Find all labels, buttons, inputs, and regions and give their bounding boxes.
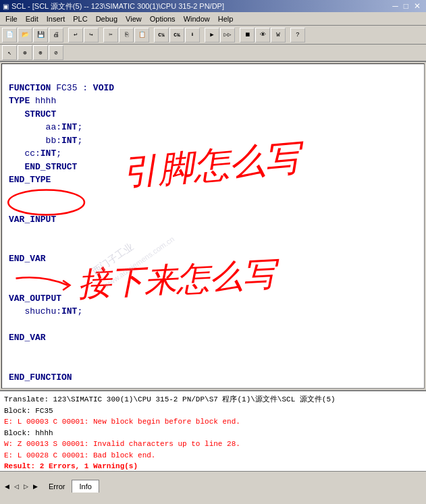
horizontal-scrollbar[interactable] xyxy=(0,471,426,479)
break-button[interactable]: ⏹ xyxy=(240,28,255,43)
code-line-3: STRUCT xyxy=(9,108,417,121)
maximize-button[interactable]: □ xyxy=(401,1,411,11)
redo-button[interactable]: ↪ xyxy=(84,28,99,43)
tool-2[interactable]: ⊕ xyxy=(18,45,32,60)
code-line-22 xyxy=(9,358,417,371)
compile-btn1[interactable]: C¼ xyxy=(154,28,169,43)
code-line-1: FUNCTION FC35 : VOID xyxy=(9,82,417,95)
copy-button[interactable]: ⎘ xyxy=(119,28,134,43)
tab-last-button[interactable]: ▶ xyxy=(30,482,40,491)
code-line-5: bb:INT; xyxy=(9,134,417,148)
code-line-15 xyxy=(9,266,417,279)
run-button[interactable]: ▶ xyxy=(205,28,219,43)
output-line-3: E: L 00003 C 00001: New block begin befo… xyxy=(4,416,422,428)
title-bar: ▣ SCL - [SCL 源文件(5) -- 123\SIMATIC 300(1… xyxy=(0,0,426,12)
output-line-7: Result: 2 Errors, 1 Warning(s) xyxy=(4,461,422,471)
title-text: SCL - [SCL 源文件(5) -- 123\SIMATIC 300(1)\… xyxy=(11,1,224,11)
output-content: Translate: 123\SIMATIC 300(1)\CPU 315-2 … xyxy=(0,391,426,471)
toolbar-1: 📄 📂 💾 🖨 ↩ ↪ ✂ ⎘ 📋 C¼ C¾ ⬇ ▶ ▷▷ ⏹ 👁 W ? xyxy=(0,26,426,45)
menu-view[interactable]: View xyxy=(122,13,146,24)
pointer-tool[interactable]: ↖ xyxy=(2,45,17,60)
code-line-2: TYPE hhhh xyxy=(9,94,417,108)
tab-prev-button[interactable]: ◀ xyxy=(2,482,11,491)
code-line-7: END_STRUCT xyxy=(9,161,417,174)
tab-info[interactable]: Info xyxy=(72,480,99,493)
compile-btn2[interactable]: C¾ xyxy=(169,28,184,43)
editor-content[interactable]: FUNCTION FC35 : VOID TYPE hhhh STRUCT aa… xyxy=(2,64,424,388)
output-line-5: W: Z 00013 S 00001: Invalid characters u… xyxy=(4,439,422,450)
watch-btn1[interactable]: 👁 xyxy=(255,28,270,43)
paste-button[interactable]: 📋 xyxy=(134,28,149,43)
minimize-button[interactable]: ─ xyxy=(390,1,401,11)
output-line-1: Translate: 123\SIMATIC 300(1)\CPU 315-2 … xyxy=(4,394,422,405)
cut-button[interactable]: ✂ xyxy=(103,28,118,43)
code-line-11: VAR_INPUT xyxy=(9,213,417,227)
tab-first-button[interactable]: ◁ xyxy=(11,482,21,491)
open-button[interactable]: 📂 xyxy=(18,28,32,43)
code-line-0 xyxy=(9,68,417,82)
menu-plc[interactable]: PLC xyxy=(69,13,91,24)
code-editor[interactable]: FUNCTION FC35 : VOID TYPE hhhh STRUCT aa… xyxy=(1,63,425,389)
menu-help[interactable]: Help xyxy=(214,13,238,24)
save-button[interactable]: 💾 xyxy=(33,28,48,43)
code-line-10 xyxy=(9,200,417,213)
tab-nav: ◀ ◁ ▷ ▶ xyxy=(0,482,42,491)
output-line-2: Block: FC35 xyxy=(4,405,422,417)
menu-insert[interactable]: Insert xyxy=(43,13,70,24)
code-line-20: END_VAR xyxy=(9,331,417,345)
status-bar: ◀ ◁ ▷ ▶ Error Info xyxy=(0,479,426,493)
code-line-19 xyxy=(9,318,417,332)
menu-debug[interactable]: Debug xyxy=(92,13,122,24)
code-line-8: END_TYPE xyxy=(9,173,417,187)
menu-file[interactable]: File xyxy=(1,13,22,24)
output-panel: Translate: 123\SIMATIC 300(1)\CPU 315-2 … xyxy=(0,390,426,471)
code-line-16 xyxy=(9,279,417,292)
tool-3[interactable]: ⊗ xyxy=(33,45,48,60)
code-line-23: END_FUNCTION xyxy=(9,371,417,385)
undo-button[interactable]: ↩ xyxy=(68,28,83,43)
print-button[interactable]: 🖨 xyxy=(49,28,63,43)
code-line-6: cc:INT; xyxy=(9,147,417,161)
code-line-17: VAR_OUTPUT xyxy=(9,292,417,306)
help-btn[interactable]: ? xyxy=(290,28,305,43)
code-line-13 xyxy=(9,240,417,253)
output-line-4: Block: hhhh xyxy=(4,428,422,439)
menu-options[interactable]: Options xyxy=(146,13,180,24)
close-button[interactable]: ✕ xyxy=(411,1,423,11)
code-line-12 xyxy=(9,226,417,240)
code-line-4: aa:INT; xyxy=(9,121,417,134)
watch-btn2[interactable]: W xyxy=(271,28,286,43)
tab-error[interactable]: Error xyxy=(42,480,72,493)
code-line-21 xyxy=(9,345,417,358)
tab-next-button[interactable]: ▷ xyxy=(21,482,30,491)
menu-window[interactable]: Window xyxy=(180,13,214,24)
menu-edit[interactable]: Edit xyxy=(22,13,43,24)
toolbar-2: ↖ ⊕ ⊗ ⊘ xyxy=(0,45,426,62)
new-button[interactable]: 📄 xyxy=(2,28,17,43)
output-line-6: E: L 00028 C 00001: Bad block end. xyxy=(4,450,422,461)
download-button[interactable]: ⬇ xyxy=(185,28,200,43)
code-line-9 xyxy=(9,187,417,200)
step-button[interactable]: ▷▷ xyxy=(220,28,235,43)
tool-4[interactable]: ⊘ xyxy=(49,45,63,60)
code-line-18: shuchu:INT; xyxy=(9,305,417,318)
app-icon: ▣ xyxy=(3,3,9,10)
menu-bar: File Edit Insert PLC Debug View Options … xyxy=(0,12,426,26)
scroll-track[interactable] xyxy=(0,472,426,480)
code-line-14: END_VAR xyxy=(9,252,417,266)
